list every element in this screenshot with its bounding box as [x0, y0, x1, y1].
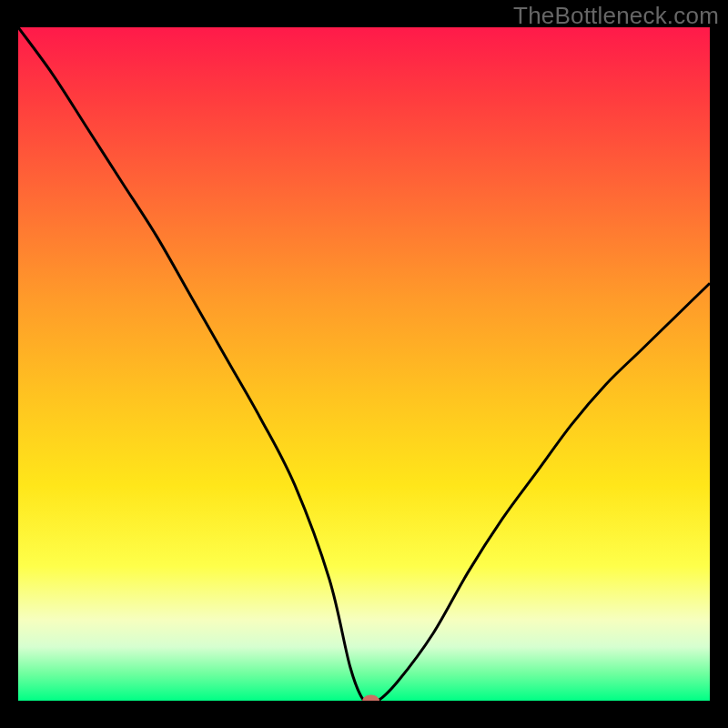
chart-container: TheBottleneck.com — [0, 0, 728, 728]
bottleneck-curve-path — [18, 27, 710, 701]
attribution-label: TheBottleneck.com — [513, 2, 719, 30]
minimum-marker — [363, 695, 379, 701]
curve-overlay — [18, 27, 710, 701]
